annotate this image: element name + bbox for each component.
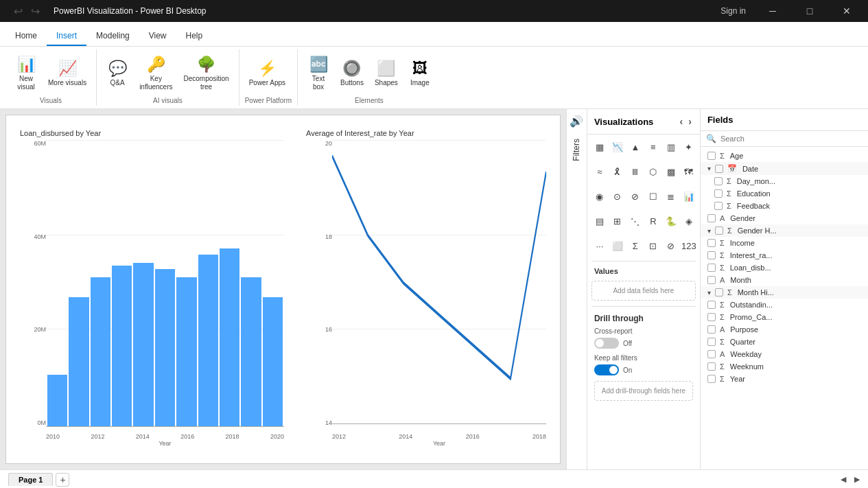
minimize-button[interactable]: ─ <box>757 0 788 22</box>
viz-icon-more[interactable]: ··· <box>591 237 608 254</box>
canvas-background[interactable]: Loan_disbursed by Year 60M 40M 20M 0M <box>5 115 561 464</box>
field-item-outstanding[interactable]: Σ Outstandin... <box>701 299 868 311</box>
field-checkbox-outstanding[interactable] <box>707 301 716 309</box>
keep-filters-toggle[interactable] <box>594 364 619 375</box>
field-checkbox-promo-ca[interactable] <box>707 313 716 321</box>
viz-icon-key-inf[interactable]: ◈ <box>681 213 697 229</box>
viz-icon-line[interactable]: 📉 <box>609 139 626 155</box>
status-forward-icon[interactable]: ▶ <box>854 475 860 484</box>
field-item-weeknum[interactable]: Σ Weeknum <box>701 360 868 373</box>
text-box-button[interactable]: 🔤 Textbox <box>303 53 333 94</box>
decomposition-tree-button[interactable]: 🌳 Decompositiontree <box>180 53 233 94</box>
line-chart-box[interactable]: Average of Interest_rate by Year 20 18 1… <box>301 124 552 455</box>
field-checkbox-quarter[interactable] <box>707 338 716 346</box>
viz-icon-filled-map[interactable]: ◉ <box>591 188 608 205</box>
tab-help[interactable]: Help <box>176 27 213 46</box>
field-checkbox-date[interactable] <box>715 165 723 173</box>
buttons-button[interactable]: 🔘 Buttons <box>336 53 368 94</box>
fields-search-input[interactable] <box>720 135 863 143</box>
field-item-purpose[interactable]: A Purpose <box>701 323 868 336</box>
viz-icon-multi-row-card[interactable]: ≣ <box>663 188 679 205</box>
viz-icon-grid[interactable]: ⊡ <box>645 237 661 254</box>
field-item-day-month[interactable]: Σ Day_mon... <box>701 175 868 187</box>
viz-icon-r[interactable]: R <box>645 213 661 229</box>
add-page-button[interactable]: + <box>56 473 69 487</box>
field-item-age[interactable]: Σ Age <box>701 150 868 162</box>
viz-icon-gauge[interactable]: ⊘ <box>627 188 644 205</box>
redo-button[interactable]: ↪ <box>28 2 43 21</box>
viz-icon-card[interactable]: ☐ <box>645 188 661 205</box>
image-button[interactable]: 🖼 Image <box>405 53 435 94</box>
viz-nav-back[interactable]: ‹ <box>679 115 685 128</box>
qa-button[interactable]: 💬 Q&A <box>102 53 132 94</box>
viz-icon-area[interactable]: ▲ <box>627 139 644 155</box>
viz-icon-stacked-bar[interactable]: ▦ <box>591 139 608 155</box>
viz-icon-waterfall[interactable]: Ⅲ <box>627 163 644 180</box>
viz-icon-funnel[interactable]: ⬡ <box>645 163 661 180</box>
viz-icon-table[interactable]: ⊞ <box>609 213 626 229</box>
viz-icon-smart-narrative[interactable]: Σ <box>627 237 644 254</box>
field-item-loan-disb[interactable]: Σ Loan_disb... <box>701 262 868 274</box>
field-group-gender-h[interactable]: ▾ Σ Gender H... <box>701 224 868 237</box>
filters-label[interactable]: Filters <box>572 139 581 161</box>
field-group-month-hi[interactable]: ▾ Σ Month Hi... <box>701 286 868 299</box>
tab-insert[interactable]: Insert <box>47 27 86 46</box>
filter-toggle-icon[interactable]: 🔊 <box>570 115 583 128</box>
viz-icon-numeric[interactable]: 123 <box>681 237 697 254</box>
add-data-fields[interactable]: Add data fields here <box>591 281 696 301</box>
field-item-year[interactable]: Σ Year <box>701 373 868 385</box>
sign-in-button[interactable]: Sign in <box>720 6 746 16</box>
cross-report-toggle[interactable] <box>594 338 619 349</box>
field-checkbox-education[interactable] <box>714 189 723 198</box>
field-checkbox-gender-h[interactable] <box>715 226 723 235</box>
new-visual-button[interactable]: 📊 Newvisual <box>11 53 41 94</box>
field-item-income[interactable]: Σ Income <box>701 237 868 249</box>
viz-icon-shape-map[interactable]: ⬜ <box>609 237 626 254</box>
field-checkbox-interest-rate[interactable] <box>707 251 716 259</box>
field-item-feedback[interactable]: Σ Feedback <box>701 200 868 212</box>
viz-icon-filter-viz[interactable]: ⊘ <box>663 237 679 254</box>
field-item-quarter[interactable]: Σ Quarter <box>701 336 868 348</box>
page-tab-1[interactable]: Page 1 <box>8 473 53 486</box>
field-checkbox-month-hi[interactable] <box>715 288 723 297</box>
undo-button[interactable]: ↩ <box>11 2 25 21</box>
viz-icon-map[interactable]: 🗺 <box>681 163 697 180</box>
field-checkbox-feedback[interactable] <box>714 202 723 210</box>
field-group-date[interactable]: ▾ 📅 Date <box>701 162 868 175</box>
viz-icon-treemap[interactable]: ▩ <box>663 163 679 180</box>
field-checkbox-weekday[interactable] <box>707 350 716 358</box>
viz-icon-python[interactable]: 🐍 <box>663 213 679 229</box>
field-checkbox-day-month[interactable] <box>714 177 723 185</box>
power-apps-button[interactable]: ⚡ Power Apps <box>245 53 290 94</box>
viz-icon-matrix[interactable]: ⋱ <box>627 213 644 229</box>
field-checkbox-loan-disb[interactable] <box>707 264 716 272</box>
close-button[interactable]: ✕ <box>831 0 863 22</box>
field-item-promo-ca[interactable]: Σ Promo_Ca... <box>701 311 868 323</box>
tab-view[interactable]: View <box>139 27 176 46</box>
viz-icon-line-stacked[interactable]: ≈ <box>591 163 608 180</box>
field-checkbox-income[interactable] <box>707 239 716 247</box>
field-checkbox-month[interactable] <box>707 276 716 284</box>
field-checkbox-gender[interactable] <box>707 214 716 222</box>
tab-modeling[interactable]: Modeling <box>86 27 139 46</box>
viz-icon-kpi[interactable]: 📊 <box>681 188 697 205</box>
field-checkbox-weeknum[interactable] <box>707 362 716 371</box>
field-item-month[interactable]: A Month <box>701 274 868 286</box>
bar-chart-box[interactable]: Loan_disbursed by Year 60M 40M 20M 0M <box>14 124 290 455</box>
viz-icon-scatter[interactable]: ✦ <box>681 139 697 155</box>
field-item-gender[interactable]: A Gender <box>701 212 868 224</box>
more-visuals-button[interactable]: 📈 More visuals <box>44 53 91 94</box>
tab-home[interactable]: Home <box>5 27 47 46</box>
viz-icon-stacked-area[interactable]: ≡ <box>645 139 661 155</box>
field-item-education[interactable]: Σ Education <box>701 187 868 200</box>
viz-nav-forward[interactable]: › <box>687 115 693 128</box>
viz-icon-bar[interactable]: ▥ <box>663 139 679 155</box>
maximize-button[interactable]: □ <box>794 0 825 22</box>
viz-icon-slicer[interactable]: ▤ <box>591 213 608 229</box>
status-back-icon[interactable]: ◀ <box>841 475 846 484</box>
key-influencers-button[interactable]: 🔑 Keyinfluencers <box>135 53 176 94</box>
field-checkbox-year[interactable] <box>707 375 716 383</box>
viz-icon-ribbon[interactable]: 🎗 <box>609 163 626 180</box>
field-checkbox-purpose[interactable] <box>707 325 716 334</box>
field-checkbox-age[interactable] <box>707 152 716 160</box>
